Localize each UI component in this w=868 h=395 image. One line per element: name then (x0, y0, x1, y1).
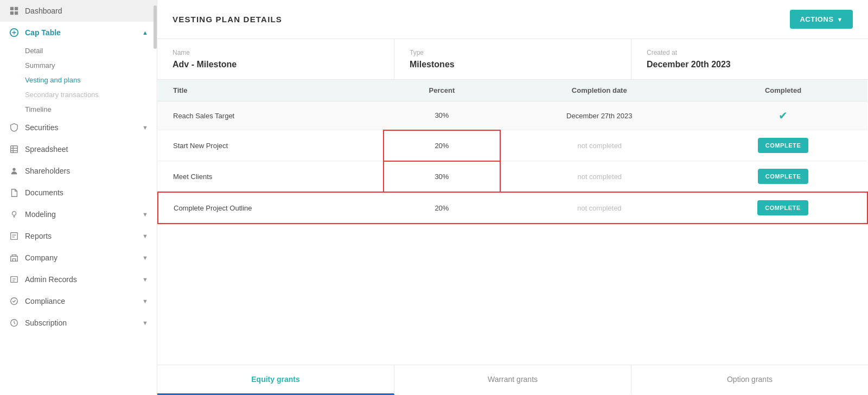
info-bar: Name Adv - Milestone Type Milestones Cre… (157, 39, 868, 80)
sidebar-sub-timeline[interactable]: Timeline (25, 102, 157, 117)
sidebar-item-label: Shareholders (25, 167, 148, 175)
sidebar-sub-detail[interactable]: Detail (25, 43, 157, 58)
svg-point-10 (12, 212, 16, 215)
compliance-icon (9, 296, 20, 307)
info-name-value: Adv - Milestone (173, 60, 379, 69)
sidebar-item-label: Modeling (25, 210, 137, 219)
chevron-down-icon: ▼ (142, 211, 148, 218)
sidebar-item-label: Spreadsheet (25, 145, 148, 154)
doc-icon (9, 187, 20, 198)
row-title: Complete Project Outline (158, 192, 384, 224)
tab-option-grants[interactable]: Option grants (631, 365, 868, 395)
tab-warrant-grants[interactable]: Warrant grants (394, 365, 631, 395)
complete-button[interactable]: COMPLETE (757, 200, 808, 215)
svg-rect-1 (15, 7, 18, 10)
row-percent: 20% (384, 130, 500, 161)
sidebar: Dashboard Cap Table ▲ Detail Summary Ves… (0, 0, 157, 395)
svg-rect-0 (10, 7, 14, 10)
sidebar-item-label: Cap Table (25, 28, 137, 37)
shield-icon (9, 122, 20, 133)
complete-button[interactable]: COMPLETE (758, 169, 809, 184)
sidebar-item-cap-table[interactable]: Cap Table ▲ (0, 22, 157, 43)
table-row: Complete Project Outline 20% not complet… (158, 192, 867, 224)
sidebar-sub-vesting[interactable]: Vesting and plans (25, 73, 157, 87)
svg-rect-11 (11, 233, 18, 240)
sidebar-sub-summary[interactable]: Summary (25, 58, 157, 73)
sidebar-item-compliance[interactable]: Compliance ▼ (0, 290, 157, 312)
page-header: VESTING PLAN DETAILS ACTIONS ▼ (157, 0, 868, 39)
row-title: Reach Sales Target (158, 101, 384, 130)
row-completion: December 27th 2023 (500, 101, 699, 130)
sidebar-item-label: Subscription (25, 318, 137, 327)
sidebar-item-dashboard[interactable]: Dashboard (0, 0, 157, 22)
sidebar-item-admin-records[interactable]: Admin Records ▼ (0, 269, 157, 290)
dropdown-arrow-icon: ▼ (837, 16, 843, 23)
tab-equity-grants[interactable]: Equity grants (157, 365, 394, 395)
sidebar-item-subscription[interactable]: Subscription ▼ (0, 312, 157, 334)
chevron-down-icon: ▼ (142, 233, 148, 239)
check-icon: ✔ (778, 110, 788, 122)
actions-label: ACTIONS (800, 15, 833, 23)
sidebar-item-documents[interactable]: Documents (0, 182, 157, 203)
sidebar-item-securities[interactable]: Securities ▼ (0, 117, 157, 138)
complete-button[interactable]: COMPLETE (758, 138, 809, 153)
row-title: Start New Project (158, 130, 384, 161)
sidebar-item-label: Company (25, 253, 137, 262)
sidebar-item-label: Documents (25, 188, 148, 197)
row-completion: not completed (500, 130, 699, 161)
sidebar-item-label: Dashboard (25, 7, 148, 15)
row-completed: COMPLETE (699, 192, 867, 224)
info-created-value: December 20th 2023 (647, 60, 853, 69)
row-title: Meet Clients (158, 161, 384, 193)
info-type: Type Milestones (394, 39, 631, 79)
building-icon (9, 252, 20, 263)
info-created: Created at December 20th 2023 (631, 39, 868, 79)
sidebar-item-shareholders[interactable]: Shareholders (0, 160, 157, 182)
col-percent: Percent (384, 80, 500, 101)
row-completion: not completed (500, 192, 699, 224)
info-created-label: Created at (647, 49, 853, 56)
info-type-value: Milestones (410, 60, 616, 69)
col-title: Title (158, 80, 384, 101)
chevron-up-icon: ▲ (142, 29, 148, 36)
sidebar-sub-menu: Detail Summary Vesting and plans Seconda… (0, 43, 157, 117)
row-completed: COMPLETE (699, 161, 867, 193)
row-percent: 30% (384, 161, 500, 193)
bulb-icon (9, 209, 20, 220)
sidebar-item-label: Securities (25, 123, 137, 132)
row-completed: COMPLETE (699, 130, 867, 161)
sidebar-item-spreadsheet[interactable]: Spreadsheet (0, 138, 157, 160)
info-name: Name Adv - Milestone (157, 39, 394, 79)
svg-point-9 (12, 168, 15, 171)
sidebar-item-label: Compliance (25, 297, 137, 305)
report-icon (9, 231, 20, 241)
sidebar-item-company[interactable]: Company ▼ (0, 247, 157, 269)
table-row: Start New Project 20% not completed COMP… (158, 130, 867, 161)
table-icon (9, 27, 20, 38)
svg-rect-15 (11, 277, 18, 283)
info-type-label: Type (410, 49, 616, 56)
bottom-tabs: Equity grants Warrant grants Option gran… (157, 365, 868, 395)
sidebar-item-modeling[interactable]: Modeling ▼ (0, 203, 157, 225)
info-name-label: Name (173, 49, 379, 56)
page-title: VESTING PLAN DETAILS (173, 15, 282, 24)
admin-icon (9, 274, 20, 285)
row-percent: 30% (384, 101, 500, 130)
sheet-icon (9, 144, 20, 155)
svg-rect-3 (15, 11, 18, 15)
table-area: Title Percent Completion date Completed … (157, 80, 868, 365)
chevron-down-icon: ▼ (142, 320, 148, 326)
chevron-down-icon: ▼ (142, 124, 148, 131)
chevron-down-icon: ▼ (142, 276, 148, 283)
main-content: VESTING PLAN DETAILS ACTIONS ▼ Name Adv … (157, 0, 868, 395)
row-completed: ✔ (699, 101, 867, 130)
sidebar-item-label: Admin Records (25, 275, 137, 284)
sidebar-item-reports[interactable]: Reports ▼ (0, 225, 157, 247)
col-completed: Completed (699, 80, 867, 101)
row-percent: 20% (384, 192, 500, 224)
grid-icon (9, 5, 20, 16)
svg-rect-2 (10, 11, 14, 15)
actions-button[interactable]: ACTIONS ▼ (790, 10, 853, 29)
sidebar-sub-secondary: Secondary transactions (25, 87, 157, 102)
table-row: Reach Sales Target 30% December 27th 202… (158, 101, 867, 130)
